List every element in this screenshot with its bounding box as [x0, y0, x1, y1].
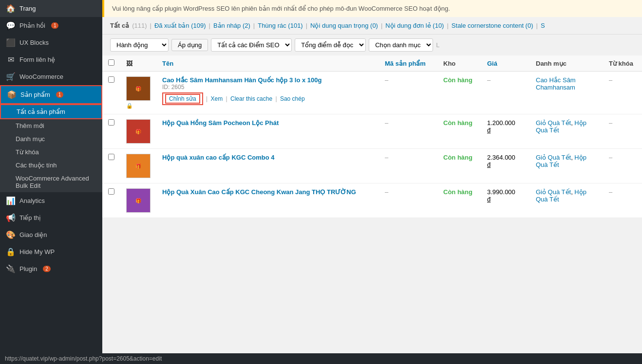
phan-hoi-badge: 1 [51, 22, 59, 29]
product-actions: Chỉnh sửa | Xem | Clear this cache | Sao… [162, 92, 373, 105]
category-select[interactable]: Chọn danh mục [369, 38, 433, 52]
status-bar: https://quatet.vip/wp-admin/post.php?pos… [0, 353, 642, 364]
row-sku: – [379, 149, 437, 183]
category-link-1[interactable]: Giỏ Quà Tết [536, 119, 571, 127]
row-category: Cao Hắc Sâm Chamhansam [530, 72, 603, 114]
clear-cache-link[interactable]: Clear this cache [230, 95, 272, 102]
sidebar: 🏠 Trang 💬 Phản hồi 1 ⬛ UX Blocks ✉ Form … [0, 0, 102, 364]
row-category: Giỏ Quà Tết, Hộp Quà Tết [530, 114, 603, 149]
row-price: – [481, 72, 530, 114]
sidebar-item-trang[interactable]: 🏠 Trang [0, 0, 102, 17]
product-thumbnail: 🎁 [126, 154, 151, 178]
row-checkbox[interactable] [108, 188, 114, 195]
apply-button[interactable]: Áp dụng [171, 39, 208, 51]
row-name-cell: Cao Hắc Sâm Hamhansam Hàn Quốc hộp 3 lo … [156, 72, 379, 114]
filter-published[interactable]: Đã xuất bản (109) [154, 22, 206, 29]
category-link[interactable]: Cao Hắc Sâm Chamhansam [536, 76, 576, 91]
sidebar-item-label: Plugin [19, 265, 37, 273]
seo-select[interactable]: Tất cả các Điểm SEO [211, 38, 292, 52]
filter-cornerstone[interactable]: Stale cornerstone content (0) [452, 22, 533, 29]
row-stock: Còn hàng [437, 114, 481, 149]
filter-s[interactable]: S [541, 22, 545, 29]
marketing-icon: 📢 [6, 213, 16, 222]
product-name-link[interactable]: Hộp Quà Hồng Sâm Pocheon Lộc Phát [162, 119, 279, 127]
product-thumbnail: 🎁 [126, 76, 151, 101]
product-img-placeholder: 🎁 [135, 86, 141, 91]
select-all-checkbox[interactable] [108, 59, 114, 66]
sidebar-item-tiep-thi[interactable]: 📢 Tiếp thị [0, 209, 102, 226]
col-name[interactable]: Tên [156, 55, 379, 72]
category-link-1[interactable]: Giỏ Quà Tết [536, 188, 571, 196]
sidebar-item-label: Analytics [19, 197, 45, 204]
sidebar-item-woocommerce[interactable]: 🛒 WooCommerce [0, 68, 102, 85]
comment-icon: 💬 [6, 21, 16, 30]
sidebar-item-phan-hoi[interactable]: 💬 Phản hồi 1 [0, 17, 102, 34]
filter-important[interactable]: Nội dung quan trọng (0) [310, 22, 378, 29]
product-img-placeholder: 🎁 [135, 198, 141, 203]
blocks-icon: ⬛ [6, 38, 16, 47]
filter-draft[interactable]: Bản nháp (2) [213, 22, 250, 29]
submenu-cac-thuoc-tinh[interactable]: Các thuộc tính [0, 159, 102, 172]
sidebar-item-san-pham[interactable]: 📦 Sản phẩm 1 [0, 85, 102, 104]
sidebar-item-label: Trang [19, 5, 36, 12]
row-name-cell: Hộp Quà Xuân Cao Cấp KGC Cheong Kwan Jan… [156, 183, 379, 218]
submenu-label: Danh mục [16, 135, 45, 143]
sidebar-item-label: UX Blocks [19, 39, 49, 46]
edit-link[interactable]: Chỉnh sửa [165, 94, 200, 104]
sidebar-item-ux-blocks[interactable]: ⬛ UX Blocks [0, 34, 102, 51]
lock-icon: 🔒 [6, 247, 16, 256]
submenu-label: Từ khóa [16, 148, 39, 156]
col-checkbox [102, 55, 120, 72]
sidebar-item-analytics[interactable]: 📊 Analytics [0, 192, 102, 209]
image-icon: 🖼 [126, 60, 132, 67]
product-img-placeholder: 🎁 [135, 164, 141, 169]
product-thumbnail: 🎁 [126, 119, 151, 144]
row-tags: – [603, 114, 642, 149]
status-url: https://quatet.vip/wp-admin/post.php?pos… [5, 355, 162, 362]
filter-single[interactable]: Nội dung đơn lẻ (10) [385, 22, 444, 29]
product-name-link[interactable]: Hộp quà xuân cao cấp KGC Combo 4 [162, 154, 275, 161]
row-name-cell: Hộp quà xuân cao cấp KGC Combo 4 [156, 149, 379, 183]
submenu-tu-khoa[interactable]: Từ khóa [0, 146, 102, 159]
submenu-tat-ca-san-pham[interactable]: Tất cả sản phẩm [0, 104, 102, 119]
copy-link[interactable]: Sao chép [280, 95, 305, 102]
row-checkbox[interactable] [108, 154, 114, 160]
col-price[interactable]: Giá [481, 55, 530, 72]
row-price: 1.200.000 đ [481, 114, 530, 149]
row-image-cell: 🎁 🔒 [120, 72, 156, 114]
submenu-label: Tất cả sản phẩm [17, 108, 65, 115]
table-row: 🎁 🔒 Cao Hắc Sâm Hamhansam Hàn Quốc hộp 3… [102, 72, 642, 114]
readability-select[interactable]: Tổng điểm dễ đọc [295, 38, 366, 52]
product-name-link[interactable]: Hộp Quà Xuân Cao Cấp KGC Cheong Kwan Jan… [162, 188, 356, 196]
row-checkbox[interactable] [108, 76, 114, 83]
row-tags: – [603, 72, 642, 114]
sidebar-item-form-lien-he[interactable]: ✉ Form liên hệ [0, 51, 102, 68]
filter-trash[interactable]: Thùng rác (101) [258, 22, 303, 29]
view-link[interactable]: Xem [211, 95, 223, 102]
row-image-cell: 🎁 [120, 114, 156, 149]
lock-indicator: 🔒 [126, 103, 151, 109]
action-select[interactable]: Hành động Chỉnh sửa Xóa [110, 38, 169, 52]
row-checkbox[interactable] [108, 119, 114, 126]
sidebar-item-plugin[interactable]: 🔌 Plugin 2 [0, 260, 102, 277]
sidebar-item-label: Sản phẩm [20, 91, 50, 98]
sidebar-item-label: Phản hồi [19, 22, 45, 29]
product-thumbnail: 🎁 [126, 188, 151, 213]
sidebar-item-label: Giao diện [19, 231, 47, 238]
sidebar-item-label: Form liên hệ [19, 56, 55, 63]
product-name-link[interactable]: Cao Hắc Sâm Hamhansam Hàn Quốc hộp 3 lo … [162, 76, 321, 84]
products-icon: 📦 [7, 90, 17, 99]
submenu-woo-bulk-edit[interactable]: WooCommerce Advanced Bulk Edit [0, 172, 102, 192]
filter-extra: L [436, 41, 439, 49]
products-table: 🖼 Tên Mã sản phẩm Kho Giá Danh mục Từ kh… [102, 55, 642, 218]
product-img-placeholder: 🎁 [135, 129, 141, 134]
category-link-1[interactable]: Giỏ Quà Tết [536, 154, 571, 161]
row-stock: Còn hàng [437, 183, 481, 218]
analytics-icon: 📊 [6, 196, 16, 205]
sidebar-item-giao-dien[interactable]: 🎨 Giao diện [0, 226, 102, 243]
submenu-danh-muc[interactable]: Danh mục [0, 132, 102, 146]
sidebar-item-hide-my-wp[interactable]: 🔒 Hide My WP [0, 243, 102, 260]
submenu-them-moi[interactable]: Thêm mới [0, 119, 102, 132]
col-sku[interactable]: Mã sản phẩm [379, 55, 437, 72]
san-pham-badge: 1 [56, 91, 64, 98]
